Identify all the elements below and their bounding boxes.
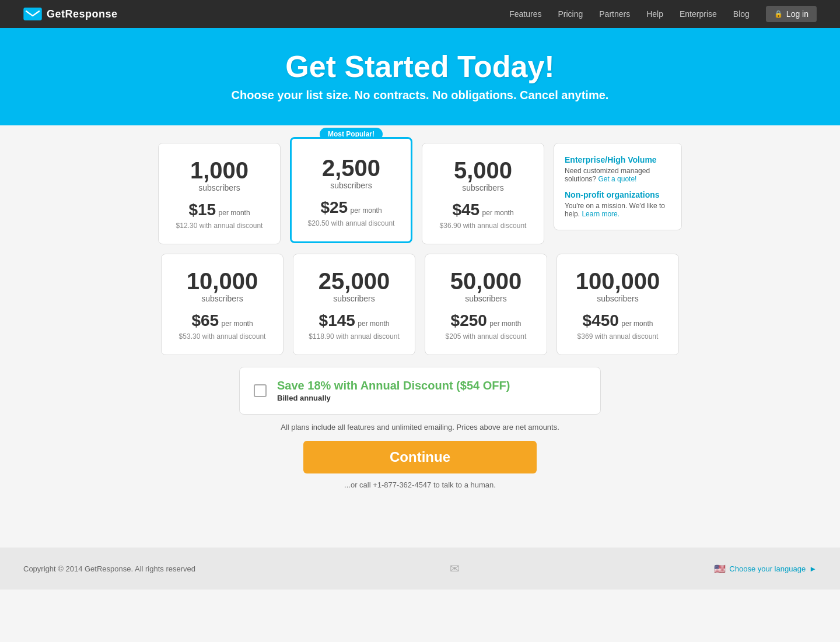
plan-5000-label: subscribers [434, 183, 532, 192]
plan-1000-annual: $12.30 with annual discount [170, 222, 268, 230]
nav-links: Features Pricing Partners Help Enterpris… [509, 6, 817, 22]
plan-50000-period: per month [489, 320, 521, 328]
plan-1000-price: $15 per month [170, 201, 268, 219]
plan-2500-num: 2,500 [303, 155, 399, 181]
nav-help[interactable]: Help [646, 9, 663, 19]
save-text-block: Save 18% with Annual Discount ($54 OFF) … [277, 379, 510, 402]
pricing-row-1: 1,000 subscribers $15 per month $12.30 w… [111, 143, 729, 244]
plan-2500[interactable]: 2,500 subscribers $25 per month $20.50 w… [290, 137, 412, 243]
nav-features[interactable]: Features [509, 9, 541, 19]
enterprise-quote-link[interactable]: Get a quote! [598, 175, 636, 183]
plan-5000-amount: $45 [452, 201, 480, 219]
save-subtitle: Billed annually [277, 394, 510, 402]
plan-5000-price: $45 per month [434, 201, 532, 219]
plan-2500-label: subscribers [303, 181, 399, 190]
nonprofit-desc: You're on a mission. We'd like to help. … [565, 202, 671, 218]
hero-subtitle: Choose your list size. No contracts. No … [12, 89, 828, 102]
language-label: Choose your language [729, 564, 806, 573]
plan-5000-period: per month [482, 209, 514, 217]
navbar: GetResponse Features Pricing Partners He… [0, 0, 840, 28]
plan-5000-annual: $36.90 with annual discount [434, 222, 532, 230]
save-banner: Save 18% with Annual Discount ($54 OFF) … [239, 367, 601, 415]
lock-icon: 🔒 [774, 10, 783, 18]
plan-50000-annual: $205 with annual discount [437, 332, 535, 341]
plan-25000-period: per month [358, 320, 389, 328]
plan-50000-price: $250 per month [437, 311, 535, 330]
plan-50000-num: 50,000 [437, 268, 535, 294]
plan-50000-label: subscribers [437, 294, 535, 303]
footer-copyright: Copyright © 2014 GetResponse. All rights… [23, 564, 195, 573]
nav-pricing[interactable]: Pricing [558, 9, 583, 19]
plan-50000-amount: $250 [451, 311, 487, 329]
plan-100000-period: per month [621, 320, 653, 328]
plan-2500-price: $25 per month [303, 198, 399, 217]
pricing-row-2: 10,000 subscribers $65 per month $53.30 … [111, 254, 729, 355]
plan-10000-period: per month [222, 320, 253, 328]
plan-100000-num: 100,000 [569, 268, 667, 294]
plan-25000-annual: $118.90 with annual discount [305, 332, 403, 341]
footer-mail-icon: ✉ [450, 562, 460, 576]
flag-icon: 🇺🇸 [714, 563, 726, 574]
plan-2500-annual: $20.50 with annual discount [303, 219, 399, 227]
login-button[interactable]: 🔒 Log in [766, 6, 817, 22]
plan-25000-amount: $145 [319, 311, 355, 329]
footer: Copyright © 2014 GetResponse. All rights… [0, 548, 840, 590]
plan-25000[interactable]: 25,000 subscribers $145 per month $118.9… [293, 254, 415, 355]
plan-1000-num: 1,000 [170, 157, 268, 183]
call-text: ...or call +1-877-362-4547 to talk to a … [111, 480, 729, 489]
plan-100000-amount: $450 [583, 311, 619, 329]
nav-enterprise[interactable]: Enterprise [680, 9, 717, 19]
nav-partners[interactable]: Partners [599, 9, 630, 19]
plan-2500-wrapper: Most Popular! 2,500 subscribers $25 per … [290, 137, 412, 243]
plan-100000-annual: $369 with annual discount [569, 332, 667, 341]
plan-100000[interactable]: 100,000 subscribers $450 per month $369 … [556, 254, 679, 355]
plan-25000-price: $145 per month [305, 311, 403, 330]
hero-section: Get Started Today! Choose your list size… [0, 28, 840, 125]
plan-10000[interactable]: 10,000 subscribers $65 per month $53.30 … [161, 254, 284, 355]
nonprofit-link[interactable]: Learn more. [582, 210, 620, 218]
annual-discount-checkbox[interactable] [254, 384, 267, 397]
language-selector[interactable]: 🇺🇸 Choose your language ► [714, 563, 817, 574]
enterprise-desc: Need customized managed solutions? Get a… [565, 167, 671, 183]
plan-1000-period: per month [219, 209, 250, 217]
plan-2500-period: per month [351, 206, 382, 215]
plan-100000-label: subscribers [569, 294, 667, 303]
save-title: Save 18% with Annual Discount ($54 OFF) [277, 379, 510, 392]
plan-50000[interactable]: 50,000 subscribers $250 per month $205 w… [425, 254, 547, 355]
enterprise-card: Enterprise/High Volume Need customized m… [554, 143, 682, 230]
plan-5000[interactable]: 5,000 subscribers $45 per month $36.90 w… [422, 143, 544, 244]
plan-100000-price: $450 per month [569, 311, 667, 330]
plan-10000-num: 10,000 [173, 268, 271, 294]
plan-10000-annual: $53.30 with annual discount [173, 332, 271, 341]
plan-10000-amount: $65 [191, 311, 219, 329]
nav-blog[interactable]: Blog [733, 9, 750, 19]
plan-5000-num: 5,000 [434, 157, 532, 183]
svg-rect-0 [23, 8, 41, 20]
logo-text: GetResponse [47, 8, 118, 20]
pricing-note: All plans include all features and unlim… [111, 423, 729, 431]
chevron-right-icon: ► [809, 564, 817, 573]
plan-2500-amount: $25 [320, 198, 348, 216]
plan-10000-price: $65 per month [173, 311, 271, 330]
plan-1000-label: subscribers [170, 183, 268, 192]
nonprofit-title: Non-profit organizations [565, 190, 671, 199]
logo[interactable]: GetResponse [23, 8, 118, 20]
plan-1000[interactable]: 1,000 subscribers $15 per month $12.30 w… [158, 143, 281, 244]
logo-icon [23, 8, 42, 20]
plan-25000-num: 25,000 [305, 268, 403, 294]
plan-1000-amount: $15 [188, 201, 216, 219]
hero-title: Get Started Today! [12, 49, 828, 84]
plan-10000-label: subscribers [173, 294, 271, 303]
enterprise-title: Enterprise/High Volume [565, 155, 671, 164]
continue-button[interactable]: Continue [303, 441, 537, 473]
plan-25000-label: subscribers [305, 294, 403, 303]
main-content: 1,000 subscribers $15 per month $12.30 w… [99, 125, 741, 513]
